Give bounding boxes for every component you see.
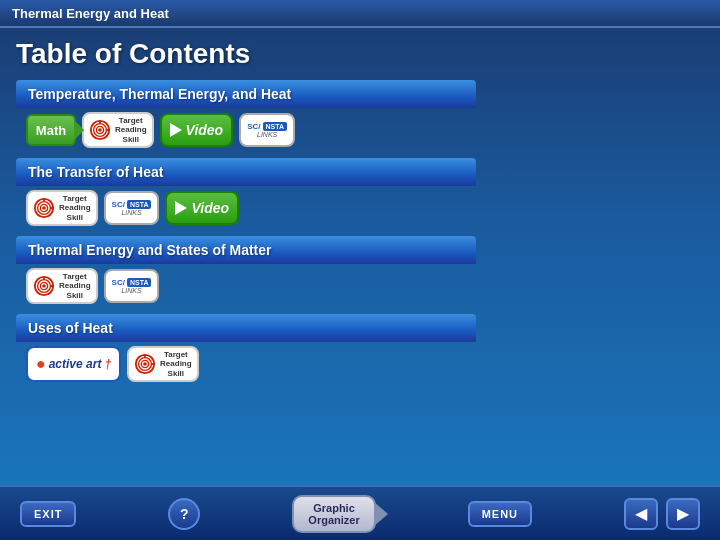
sc-text-1: SC/ bbox=[247, 122, 260, 131]
nsta-box-2: NSTA bbox=[127, 200, 152, 209]
scilinks-bottom-2: LINKS bbox=[121, 209, 141, 216]
scilinks-top-2: SC/ NSTA bbox=[112, 200, 152, 209]
main-content: Table of Contents Temperature, Thermal E… bbox=[0, 28, 720, 402]
section-row-2: The Transfer of Heat TargetReadingSkill … bbox=[16, 158, 704, 230]
svg-point-9 bbox=[42, 206, 46, 210]
section-icons-3: TargetReadingSkill SC/ NSTA LINKS bbox=[16, 264, 704, 308]
nsta-box-3: NSTA bbox=[127, 278, 152, 287]
sc-text-2: SC/ bbox=[112, 200, 125, 209]
play-icon-1 bbox=[170, 123, 182, 137]
activeart-badge[interactable]: ● active art † bbox=[26, 346, 121, 382]
section-label-2: The Transfer of Heat bbox=[16, 158, 476, 186]
graphic-organizer-arrow bbox=[374, 502, 388, 526]
target-reading-badge-1[interactable]: TargetReadingSkill bbox=[82, 112, 154, 148]
nav-buttons: ◀ ▶ bbox=[624, 498, 700, 530]
section-row-1: Temperature, Thermal Energy, and Heat Ma… bbox=[16, 80, 704, 152]
section-label-3: Thermal Energy and States of Matter bbox=[16, 236, 476, 264]
video-label-2: Video bbox=[191, 200, 229, 216]
target-reading-badge-3[interactable]: TargetReadingSkill bbox=[26, 268, 98, 304]
math-label: Math bbox=[36, 123, 66, 138]
section-icons-1: Math TargetReadingSkill Video bbox=[16, 108, 704, 152]
next-button[interactable]: ▶ bbox=[666, 498, 700, 530]
scilinks-badge-2[interactable]: SC/ NSTA LINKS bbox=[104, 191, 160, 225]
graphic-organizer-label-bottom: Organizer bbox=[308, 514, 359, 526]
scilinks-top-3: SC/ NSTA bbox=[112, 278, 152, 287]
target-reading-text-4: TargetReadingSkill bbox=[160, 350, 192, 379]
video-badge-2[interactable]: Video bbox=[165, 191, 239, 225]
exit-button[interactable]: EXIT bbox=[20, 501, 76, 527]
title-text: Thermal Energy and Heat bbox=[12, 6, 169, 21]
target-icon-3 bbox=[33, 275, 55, 297]
svg-point-15 bbox=[42, 284, 46, 288]
prev-button[interactable]: ◀ bbox=[624, 498, 658, 530]
toc-heading: Table of Contents bbox=[16, 38, 704, 70]
target-icon-4 bbox=[134, 353, 156, 375]
section-row-3: Thermal Energy and States of Matter Targ… bbox=[16, 236, 704, 308]
scilinks-badge-3[interactable]: SC/ NSTA LINKS bbox=[104, 269, 160, 303]
scilinks-badge-1[interactable]: SC/ NSTA LINKS bbox=[239, 113, 295, 147]
bottom-bar: EXIT ? Graphic Organizer MENU ◀ ▶ bbox=[0, 485, 720, 540]
target-reading-text-3: TargetReadingSkill bbox=[59, 272, 91, 301]
section-icons-4: ● active art † TargetReadingSkill bbox=[16, 342, 704, 386]
play-icon-2 bbox=[175, 201, 187, 215]
sc-text-3: SC/ bbox=[112, 278, 125, 287]
section-icons-2: TargetReadingSkill SC/ NSTA LINKS Video bbox=[16, 186, 704, 230]
question-button[interactable]: ? bbox=[168, 498, 200, 530]
activeart-comma: † bbox=[104, 357, 111, 371]
graphic-organizer-button[interactable]: Graphic Organizer bbox=[292, 495, 375, 533]
section-label-1: Temperature, Thermal Energy, and Heat bbox=[16, 80, 476, 108]
activeart-label: active art bbox=[49, 357, 102, 371]
math-badge[interactable]: Math bbox=[26, 114, 76, 146]
target-reading-badge-4[interactable]: TargetReadingSkill bbox=[127, 346, 199, 382]
scilinks-bottom-1: LINKS bbox=[257, 131, 277, 138]
section-label-4: Uses of Heat bbox=[16, 314, 476, 342]
target-reading-text-1: TargetReadingSkill bbox=[115, 116, 147, 145]
title-bar: Thermal Energy and Heat bbox=[0, 0, 720, 28]
svg-point-3 bbox=[98, 128, 102, 132]
target-icon-2 bbox=[33, 197, 55, 219]
section-row-4: Uses of Heat ● active art † TargetReadin… bbox=[16, 314, 704, 386]
target-reading-text-2: TargetReadingSkill bbox=[59, 194, 91, 223]
target-reading-badge-2[interactable]: TargetReadingSkill bbox=[26, 190, 98, 226]
activeart-dot: ● bbox=[36, 355, 46, 373]
svg-point-21 bbox=[143, 362, 147, 366]
graphic-organizer-label-top: Graphic bbox=[313, 502, 355, 514]
menu-button[interactable]: MENU bbox=[468, 501, 532, 527]
video-label-1: Video bbox=[186, 122, 224, 138]
scilinks-top-1: SC/ NSTA bbox=[247, 122, 287, 131]
target-icon bbox=[89, 119, 111, 141]
scilinks-bottom-3: LINKS bbox=[121, 287, 141, 294]
video-badge-1[interactable]: Video bbox=[160, 113, 234, 147]
graphic-organizer-container: Graphic Organizer bbox=[292, 495, 375, 533]
nsta-box-1: NSTA bbox=[263, 122, 288, 131]
